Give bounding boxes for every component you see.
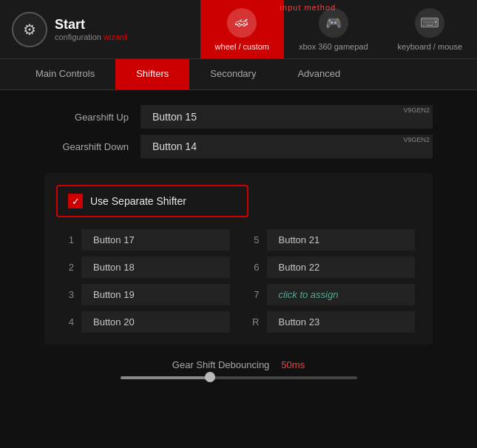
gear-r-num: R — [248, 316, 260, 327]
method-keyboard-button[interactable]: ⌨ keyboard / mouse — [383, 0, 477, 58]
app-subtitle: configuration wizard — [55, 33, 127, 41]
gear-6-item: 6 Button 22 — [248, 257, 416, 278]
gearshift-down-row: Gearshift Down Button 14 V9GEN2 — [44, 135, 433, 158]
debounce-slider-track[interactable] — [121, 376, 357, 379]
gear-1-button[interactable]: Button 17 — [81, 229, 230, 251]
app-logo-icon: ⚙ — [12, 12, 47, 47]
debounce-section: Gear Shift Debouncing 50ms — [44, 359, 433, 379]
logo-area: ⚙ Start configuration wizard — [0, 0, 139, 58]
gearshift-up-row: Gearshift Up Button 15 V9GEN2 — [44, 105, 433, 129]
xbox-icon: 🎮 — [319, 8, 348, 38]
wheel-icon: 🏎 — [227, 8, 257, 38]
gear-4-item: 4 Button 20 — [62, 311, 230, 333]
input-method-selector: input method 🏎 wheel / custom 🎮 xbox 360… — [139, 0, 477, 58]
debounce-value: 50ms — [281, 359, 305, 370]
tab-advanced[interactable]: Advanced — [277, 59, 361, 89]
gear-7-button[interactable]: click to assign — [267, 284, 416, 305]
gear-2-item: 2 Button 18 — [62, 257, 230, 278]
tab-bar: Main Controls Shifters Secondary Advance… — [0, 59, 477, 90]
gear-2-button[interactable]: Button 18 — [81, 257, 230, 278]
gear-1-item: 1 Button 17 — [62, 229, 230, 251]
gear-5-num: 5 — [248, 234, 260, 245]
wizard-link[interactable]: wizard — [104, 33, 127, 41]
gear-5-item: 5 Button 21 — [248, 229, 416, 251]
gear-3-num: 3 — [62, 289, 74, 300]
gear-5-button[interactable]: Button 21 — [267, 229, 416, 251]
gearshift-down-device: V9GEN2 — [403, 136, 430, 143]
gearshift-down-label: Gearshift Down — [44, 141, 141, 152]
keyboard-icon: ⌨ — [415, 8, 444, 38]
gear-7-item: 7 click to assign — [248, 284, 416, 305]
gear-r-button[interactable]: Button 23 — [267, 311, 416, 333]
separate-shifter-checkbox-row[interactable]: ✓ Use Separate Shifter — [56, 185, 248, 217]
separate-shifter-section: ✓ Use Separate Shifter 1 Button 17 5 But… — [44, 173, 433, 345]
gear-4-button[interactable]: Button 20 — [81, 311, 230, 333]
tab-main-controls[interactable]: Main Controls — [15, 59, 115, 89]
debounce-label-row: Gear Shift Debouncing 50ms — [74, 359, 403, 370]
gear-7-num: 7 — [248, 289, 260, 300]
wheel-label: wheel / custom — [215, 42, 269, 51]
xbox-label: xbox 360 gamepad — [299, 42, 368, 51]
gear-6-button[interactable]: Button 22 — [267, 257, 416, 278]
gearshift-down-button[interactable]: Button 14 V9GEN2 — [141, 135, 433, 158]
input-method-label: input method — [280, 3, 336, 12]
debounce-slider-fill — [121, 376, 211, 379]
gearshift-up-device: V9GEN2 — [403, 106, 430, 114]
gearshift-up-label: Gearshift Up — [44, 112, 141, 123]
gear-3-button[interactable]: Button 19 — [81, 284, 230, 305]
method-wheel-button[interactable]: 🏎 wheel / custom — [200, 0, 284, 58]
debounce-title: Gear Shift Debouncing — [172, 359, 270, 370]
gear-r-item: R Button 23 — [248, 311, 416, 333]
gear-4-num: 4 — [62, 316, 74, 327]
gear-2-num: 2 — [62, 262, 74, 273]
gear-positions-grid: 1 Button 17 5 Button 21 2 Button 18 6 Bu… — [56, 229, 421, 333]
separate-shifter-checkbox[interactable]: ✓ — [68, 194, 83, 208]
gear-3-item: 3 Button 19 — [62, 284, 230, 305]
tab-shifters[interactable]: Shifters — [115, 59, 189, 89]
tab-secondary[interactable]: Secondary — [189, 59, 277, 89]
separate-shifter-label: Use Separate Shifter — [90, 195, 186, 207]
debounce-slider-thumb[interactable] — [205, 372, 215, 382]
keyboard-label: keyboard / mouse — [398, 42, 462, 51]
gearshift-up-button[interactable]: Button 15 V9GEN2 — [141, 105, 433, 129]
header: ⚙ Start configuration wizard input metho… — [0, 0, 477, 59]
logo-text: Start configuration wizard — [55, 17, 127, 41]
gear-6-num: 6 — [248, 262, 260, 273]
gear-1-num: 1 — [62, 234, 74, 245]
main-content: Gearshift Up Button 15 V9GEN2 Gearshift … — [0, 90, 477, 394]
app-title: Start — [55, 17, 127, 33]
